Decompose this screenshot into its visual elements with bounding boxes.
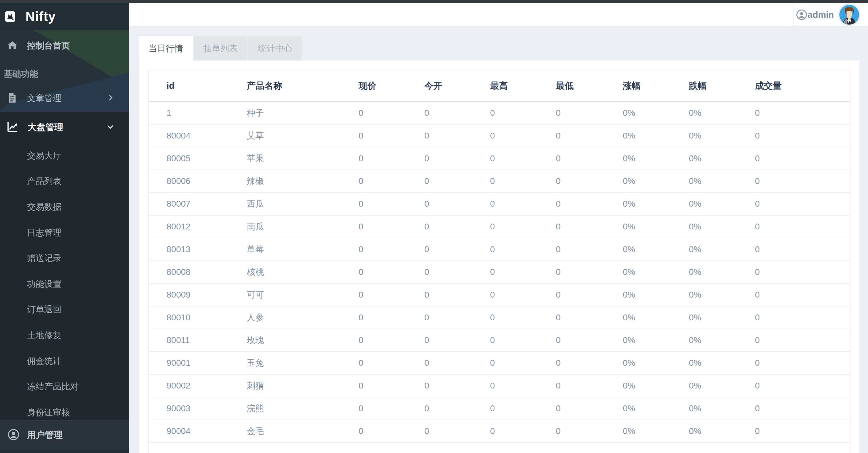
- table-cell: 0: [556, 397, 623, 420]
- column-header: 现价: [359, 70, 424, 102]
- column-header: 跌幅: [689, 70, 755, 102]
- submenu-item[interactable]: 交易大厅: [0, 143, 129, 169]
- table-row: 80013草莓00000%0%0: [149, 238, 850, 261]
- top-header-bar: admin: [129, 3, 868, 27]
- table-cell: 0%: [689, 397, 755, 420]
- table-cell: 0: [424, 397, 490, 420]
- table-cell: 0: [755, 397, 850, 420]
- username-label: admin: [808, 10, 834, 20]
- table-cell: 0: [490, 102, 556, 124]
- table-cell: 0: [359, 170, 424, 193]
- table-header-row: id产品名称现价今开最高最低涨幅跌幅成交量: [149, 70, 850, 102]
- tab[interactable]: 统计中心: [248, 36, 302, 61]
- sidebar-item-user-management[interactable]: 用户管理: [0, 420, 129, 450]
- table-cell: 0: [424, 193, 490, 215]
- table-cell: 0%: [689, 238, 755, 261]
- table-cell: 0%: [689, 147, 755, 170]
- table-cell: 辣椒: [247, 170, 359, 193]
- submenu-item[interactable]: 功能设置: [0, 271, 129, 297]
- table-cell: 0: [755, 261, 850, 284]
- quotes-table: id产品名称现价今开最高最低涨幅跌幅成交量 1种子00000%0%080004艾…: [149, 70, 850, 443]
- table-cell: 0: [755, 375, 850, 397]
- table-cell: 0: [556, 329, 623, 352]
- table-cell: 0: [755, 329, 850, 352]
- table-cell: 80007: [149, 193, 247, 215]
- table-cell: 核桃: [247, 261, 359, 284]
- table-cell: 0%: [689, 193, 755, 215]
- table-cell: 0: [359, 352, 424, 375]
- table-cell: 0: [556, 102, 623, 124]
- table-cell: 刺猬: [247, 375, 359, 397]
- submenu-item[interactable]: 佣金统计: [0, 348, 129, 374]
- table-cell: 0: [755, 238, 850, 261]
- table-cell: 0: [424, 238, 490, 261]
- table-cell: 0%: [623, 420, 689, 443]
- sidebar-item-dashboard[interactable]: 控制台首页: [0, 34, 129, 58]
- main-area: admin 当日行情挂单列表统计中心: [129, 3, 868, 453]
- submenu-item[interactable]: 交易数据: [0, 194, 129, 220]
- sidebar-section-basic-functions: 基础功能: [4, 68, 38, 80]
- brand-logo[interactable]: Nifty: [0, 3, 129, 30]
- user-circle-icon: [8, 429, 19, 442]
- column-header: 最高: [490, 70, 556, 102]
- table-cell: 0: [755, 170, 850, 193]
- table-row: 90003浣熊00000%0%0: [149, 397, 850, 420]
- tab[interactable]: 当日行情: [139, 36, 193, 61]
- table-cell: 0: [490, 420, 556, 443]
- table-cell: 0%: [689, 102, 755, 124]
- column-header: 产品名称: [247, 70, 359, 102]
- table-row: 1种子00000%0%0: [149, 102, 850, 124]
- sidebar-item-article-management[interactable]: 文章管理: [0, 86, 129, 110]
- submenu-item[interactable]: 产品列表: [0, 169, 129, 194]
- table-cell: 0: [424, 102, 490, 124]
- table-cell: 0: [424, 261, 490, 284]
- table-cell: 0: [359, 193, 424, 215]
- table-cell: 0%: [623, 352, 689, 375]
- table-cell: 90004: [149, 420, 247, 443]
- submenu-item[interactable]: 赠送记录: [0, 246, 129, 271]
- table-cell: 浣熊: [247, 397, 359, 420]
- table-cell: 0: [755, 102, 850, 124]
- user-menu[interactable]: admin: [796, 3, 860, 26]
- table-cell: 0: [755, 352, 850, 375]
- table-cell: 80010: [149, 306, 247, 329]
- submenu-item[interactable]: 日志管理: [0, 220, 129, 246]
- table-row: 90002刺猬00000%0%0: [149, 375, 850, 397]
- table-cell: 苹果: [247, 147, 359, 170]
- table-cell: 0: [490, 261, 556, 284]
- table-cell: 0: [490, 124, 556, 147]
- brand-logo-icon: [5, 11, 15, 22]
- table-cell: 0%: [623, 193, 689, 215]
- table-cell: 0%: [623, 284, 689, 306]
- tab[interactable]: 挂单列表: [193, 36, 247, 61]
- table-row: 80007西瓜00000%0%0: [149, 193, 850, 215]
- table-cell: 0%: [689, 352, 755, 375]
- table-cell: 0: [424, 284, 490, 306]
- table-cell: 80013: [149, 238, 247, 261]
- submenu-item[interactable]: 土地修复: [0, 322, 129, 348]
- sidebar-item-market-management[interactable]: 大盘管理: [0, 112, 129, 143]
- table-cell: 90003: [149, 397, 247, 420]
- table-cell: 金毛: [247, 420, 359, 443]
- table-cell: 0: [490, 306, 556, 329]
- avatar[interactable]: [838, 4, 860, 26]
- table-cell: 90001: [149, 352, 247, 375]
- table-cell: 人参: [247, 306, 359, 329]
- table-cell: 0: [424, 306, 490, 329]
- table-cell: 0: [359, 397, 424, 420]
- sidebar: Nifty 控制台首页 基础功能 文章管理 大盘管理 交易大厅产品列表交易数据日…: [0, 3, 129, 453]
- table-cell: 0: [424, 170, 490, 193]
- table-cell: 0: [755, 306, 850, 329]
- submenu-item[interactable]: 冻结产品比对: [0, 374, 129, 399]
- table-cell: 0: [424, 352, 490, 375]
- table-cell: 80009: [149, 284, 247, 306]
- table-cell: 80008: [149, 261, 247, 284]
- table-cell: 0: [556, 124, 623, 147]
- line-chart-icon: [6, 121, 19, 134]
- table-cell: 0: [359, 124, 424, 147]
- table-cell: 南瓜: [247, 215, 359, 238]
- submenu-item[interactable]: 订单退回: [0, 297, 129, 323]
- table-cell: 0: [556, 215, 623, 238]
- table-row: 80004艾草00000%0%0: [149, 124, 850, 147]
- table-cell: 0: [359, 102, 424, 124]
